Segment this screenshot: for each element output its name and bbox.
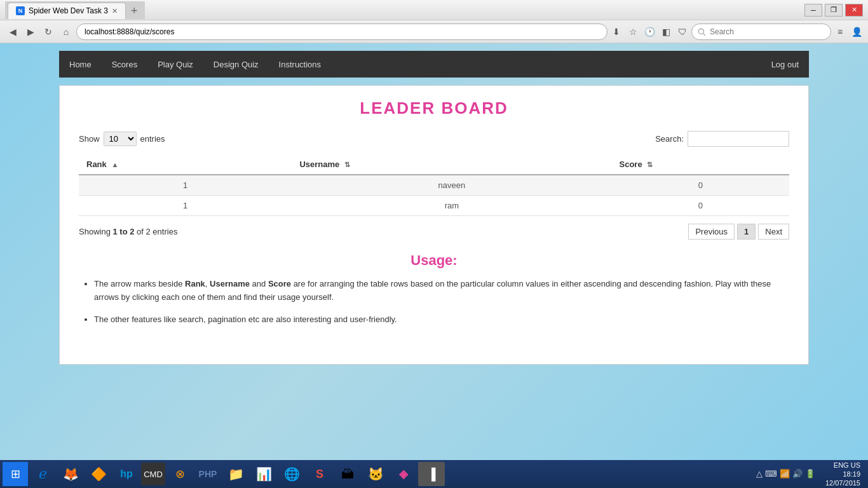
browser-tab-active[interactable]: N Spider Web Dev Task 3 ✕ [8, 3, 126, 19]
lang-region: ENG US [825, 461, 860, 470]
taskbar-vlc-icon[interactable]: 🔶 [85, 462, 112, 486]
taskbar-files-icon[interactable]: 📁 [222, 462, 249, 486]
home-browser-button[interactable]: ⌂ [58, 24, 74, 39]
notifications-icon: △ [756, 469, 763, 478]
page-body: Home Scores Play Quiz Design Quiz Instru… [0, 43, 868, 380]
taskbar-ie-icon[interactable]: ℯ [29, 462, 56, 486]
toolbar-right-icons: ≡ 👤 [834, 25, 863, 38]
usage-item-1: The arrow marks beside Rank, Username an… [94, 278, 789, 304]
page-1-button[interactable]: 1 [737, 224, 756, 240]
taskbar-photo-icon[interactable]: 🏔 [334, 462, 361, 486]
pocket-icon: ◧ [660, 25, 672, 38]
rank-sort-icon[interactable]: ▲ [111, 161, 118, 168]
table-row: 1 ram 0 [79, 196, 789, 216]
back-button[interactable]: ◀ [5, 24, 20, 39]
taskbar-unknown-icon[interactable]: ▐ [418, 462, 445, 486]
row2-username: ram [292, 196, 611, 216]
download-icon: ⬇ [610, 25, 623, 38]
history-icon: 🕐 [643, 25, 656, 38]
browser-toolbar: ◀ ▶ ↻ ⌂ ⬇ ☆ 🕐 ◧ 🛡 ≡ 👤 [0, 20, 868, 43]
navbar: Home Scores Play Quiz Design Quiz Instru… [59, 51, 809, 78]
network-icon: 📶 [780, 469, 790, 478]
taskbar-app8-icon[interactable]: 🐱 [362, 462, 389, 486]
nav-design-quiz[interactable]: Design Quiz [203, 51, 269, 78]
reload-button[interactable]: ↻ [41, 24, 56, 39]
usage-rank-bold: Rank [185, 279, 205, 288]
browser-chrome: N Spider Web Dev Task 3 ✕ + ─ ❐ ✕ ◀ ▶ ↻ … [0, 0, 868, 43]
taskbar-stencil-icon[interactable]: S [306, 462, 333, 486]
taskbar-paint-icon[interactable]: ◈ [390, 462, 417, 486]
tab-favicon: N [16, 6, 25, 15]
new-tab-button[interactable]: + [126, 3, 143, 19]
usage-score-bold: Score [268, 279, 291, 288]
nav-play-quiz[interactable]: Play Quiz [147, 51, 203, 78]
taskbar-hp-icon[interactable]: hp [113, 462, 140, 486]
row1-username: naveen [292, 175, 611, 196]
clock: ENG US 18:19 12/07/2015 [820, 461, 865, 488]
taskbar-xampp-icon[interactable]: ⊗ [166, 462, 193, 486]
pagination: Previous 1 Next [688, 224, 789, 240]
showing-prefix: Showing [79, 227, 112, 236]
browser-search-input[interactable] [691, 24, 831, 40]
logout-button[interactable]: Log out [761, 52, 809, 77]
time: 18:19 [825, 470, 860, 478]
taskbar: ⊞ ℯ 🦊 🔶 hp CMD ⊗ PHP 📁 📊 🌐 S 🏔 🐱 ◈ ▐ △ ⌨… [0, 460, 868, 488]
minimize-button[interactable]: ─ [804, 4, 822, 17]
taskbar-terminal-icon[interactable]: CMD [141, 463, 165, 485]
restore-button[interactable]: ❐ [825, 4, 843, 17]
main-container: LEADER BOARD Show 10 25 50 100 entries S… [59, 85, 809, 365]
username-column-header[interactable]: Username ⇅ [292, 154, 611, 175]
showing-of: of [134, 227, 146, 236]
row2-rank: 1 [79, 196, 292, 216]
taskbar-sheet-icon[interactable]: 📊 [250, 462, 277, 486]
taskbar-right: △ ⌨ 📶 🔊 🔋 ENG US 18:19 12/07/2015 [754, 461, 865, 488]
usage-title: Usage: [79, 252, 789, 269]
nav-scores[interactable]: Scores [102, 51, 147, 78]
usage-comma: , [205, 279, 210, 288]
next-button[interactable]: Next [758, 224, 789, 240]
speaker-icon: 🔊 [792, 469, 803, 478]
usage-item2-text: The other features like search, paginati… [94, 315, 397, 324]
row2-score: 0 [611, 196, 789, 216]
systray: △ ⌨ 📶 🔊 🔋 [754, 469, 818, 478]
previous-button[interactable]: Previous [688, 224, 735, 240]
score-column-header[interactable]: Score ⇅ [611, 154, 789, 175]
row1-score: 0 [611, 175, 789, 196]
leaderboard-title: LEADER BOARD [79, 98, 789, 118]
rank-column-header[interactable]: Rank ▲ [79, 154, 292, 175]
taskbar-chrome-icon[interactable]: 🌐 [278, 462, 305, 486]
tab-close-button[interactable]: ✕ [112, 7, 118, 15]
leaderboard-table: Rank ▲ Username ⇅ Score ⇅ 1 navee [79, 154, 789, 216]
nav-instructions[interactable]: Instructions [269, 51, 331, 78]
show-label: Show [79, 134, 100, 144]
show-entries-control: Show 10 25 50 100 entries [79, 132, 165, 146]
battery-icon: 🔋 [805, 469, 815, 478]
showing-text: Showing 1 to 2 of 2 entries [79, 227, 177, 236]
start-button[interactable]: ⊞ [3, 462, 28, 486]
taskbar-php-icon[interactable]: PHP [194, 462, 221, 486]
table-search-input[interactable] [688, 131, 789, 147]
showing-range: 1 to 2 [112, 227, 134, 236]
usage-item-2: The other features like search, paginati… [94, 313, 789, 327]
address-bar[interactable] [76, 24, 607, 40]
keyboard-icon: ⌨ [765, 469, 777, 478]
table-footer: Showing 1 to 2 of 2 entries Previous 1 N… [79, 224, 789, 240]
score-sort-icon[interactable]: ⇅ [647, 161, 653, 169]
username-sort-icon[interactable]: ⇅ [344, 161, 350, 169]
window-controls: ─ ❐ ✕ [804, 4, 863, 17]
entries-select[interactable]: 10 25 50 100 [104, 132, 137, 146]
search-control: Search: [655, 131, 789, 147]
showing-total: 2 entries [146, 227, 178, 236]
entries-label: entries [140, 134, 165, 144]
taskbar-firefox-icon[interactable]: 🦊 [57, 462, 84, 486]
table-controls: Show 10 25 50 100 entries Search: [79, 131, 789, 147]
shield-icon: 🛡 [676, 25, 689, 38]
table-header-row: Rank ▲ Username ⇅ Score ⇅ [79, 154, 789, 175]
menu-icon[interactable]: ≡ [834, 25, 846, 38]
close-button[interactable]: ✕ [845, 4, 863, 17]
table-row: 1 naveen 0 [79, 175, 789, 196]
search-label: Search: [655, 134, 684, 144]
nav-home[interactable]: Home [59, 51, 102, 78]
forward-button[interactable]: ▶ [23, 24, 38, 39]
profile-icon[interactable]: 👤 [850, 25, 863, 38]
